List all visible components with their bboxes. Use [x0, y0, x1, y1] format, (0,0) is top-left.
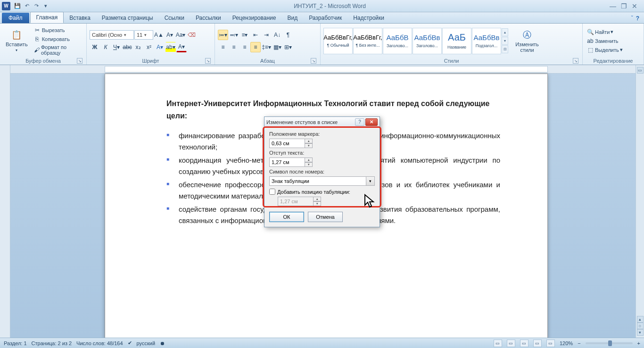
clipboard-launcher[interactable]: ↘	[77, 58, 83, 64]
grow-font-icon[interactable]: A▲	[154, 30, 164, 40]
help-icon[interactable]: ?	[636, 15, 639, 22]
spin-down-icon[interactable]: ▾	[305, 162, 313, 167]
superscript-icon[interactable]: x²	[144, 42, 154, 52]
font-name-combo[interactable]: Calibri (Осно▾	[90, 30, 134, 40]
text-indent-field[interactable]	[269, 157, 305, 167]
sort-icon[interactable]: A↓	[272, 30, 282, 40]
shading-icon[interactable]: ▦▾	[272, 42, 282, 52]
proofing-icon[interactable]: ✔	[128, 340, 132, 346]
style-title[interactable]: АаБНазвание	[442, 28, 471, 54]
ok-button[interactable]: ОК	[269, 212, 304, 222]
tab-view[interactable]: Вид	[281, 13, 303, 23]
select-button[interactable]: ⬚Выделить ▾	[586, 46, 624, 54]
font-size-combo[interactable]: 11▾	[134, 30, 153, 40]
status-page[interactable]: Страница: 2 из 2	[32, 340, 72, 346]
status-language[interactable]: русский	[137, 340, 155, 346]
font-color-icon[interactable]: A▾	[176, 42, 187, 52]
zoom-out-icon[interactable]: −	[578, 340, 580, 346]
align-left-icon[interactable]: ≡	[218, 42, 228, 52]
tab-mailings[interactable]: Рассылки	[190, 13, 227, 23]
ruler-toggle-icon[interactable]: ▭	[637, 67, 644, 74]
restore-icon[interactable]: ❐	[621, 2, 627, 10]
redo-icon[interactable]: ↷	[32, 2, 41, 10]
vertical-ruler[interactable]	[0, 65, 10, 338]
format-painter-button[interactable]: 🖌Формат по образцу	[33, 44, 83, 56]
zoom-slider[interactable]	[586, 342, 633, 344]
bullets-icon[interactable]: ≔▾	[218, 30, 228, 40]
spin-up-icon[interactable]: ▴	[305, 157, 313, 162]
horizontal-ruler[interactable]	[10, 65, 636, 74]
tab-addins[interactable]: Надстройки	[347, 13, 390, 23]
styles-launcher[interactable]: ↘	[573, 58, 578, 64]
change-case-icon[interactable]: Aa▾	[175, 30, 186, 40]
chevron-down-icon[interactable]: ▾	[366, 176, 375, 186]
align-justify-icon[interactable]: ≡	[250, 42, 261, 52]
macro-record-icon[interactable]: ⏺	[160, 340, 165, 346]
view-outline-icon[interactable]: ▭	[533, 340, 542, 347]
multilevel-icon[interactable]: ≡▾	[239, 30, 250, 40]
status-section[interactable]: Раздел: 1	[4, 340, 27, 346]
tab-layout[interactable]: Разметка страницы	[96, 13, 159, 23]
underline-icon[interactable]: Ч▾	[111, 42, 122, 52]
copy-button[interactable]: ⎘Копировать	[33, 35, 83, 43]
increase-indent-icon[interactable]: ⇥	[261, 30, 272, 40]
replace-button[interactable]: abЗаменить	[586, 37, 624, 45]
spin-up-icon[interactable]: ▴	[305, 139, 313, 143]
add-tab-checkbox-row[interactable]: Добавить позицию табуляции:	[269, 189, 375, 195]
change-styles-button[interactable]: Ⓐ Изменить стили	[510, 28, 544, 54]
tab-references[interactable]: Ссылки	[159, 13, 190, 23]
spin-down-icon[interactable]: ▾	[305, 143, 313, 148]
style-subtitle[interactable]: АаБбВвПодзагол...	[472, 28, 501, 54]
show-marks-icon[interactable]: ¶	[283, 30, 293, 40]
cancel-button[interactable]: Отмена	[308, 212, 343, 222]
bold-icon[interactable]: Ж	[90, 42, 100, 52]
align-center-icon[interactable]: ≡	[229, 42, 239, 52]
find-button[interactable]: 🔍Найти ▾	[586, 28, 624, 36]
font-launcher[interactable]: ↘	[205, 58, 211, 64]
subscript-icon[interactable]: x₂	[133, 42, 143, 52]
dialog-close-icon[interactable]: ✕	[365, 118, 378, 126]
text-effects-icon[interactable]: A▾	[155, 42, 165, 52]
undo-icon[interactable]: ↶	[23, 2, 31, 10]
view-reading-icon[interactable]: ▭	[507, 340, 515, 347]
zoom-in-icon[interactable]: +	[637, 340, 640, 346]
view-print-layout-icon[interactable]: ▭	[494, 340, 502, 347]
add-tab-checkbox[interactable]	[269, 189, 275, 195]
strike-icon[interactable]: abc	[122, 42, 132, 52]
tab-file[interactable]: Файл	[2, 13, 29, 23]
style-heading2[interactable]: АаБбВвЗаголово...	[413, 28, 442, 54]
style-heading1[interactable]: АаБбВЗаголово...	[383, 28, 412, 54]
ribbon-minimize-icon[interactable]: ˇ	[631, 15, 633, 22]
paragraph-launcher[interactable]: ↘	[311, 58, 316, 64]
symbol-after-combo[interactable]: Знак табуляции ▾	[269, 176, 375, 186]
tab-review[interactable]: Рецензирование	[227, 13, 282, 23]
align-right-icon[interactable]: ≡	[239, 42, 250, 52]
tab-home[interactable]: Главная	[30, 12, 64, 23]
style-nospacing[interactable]: АаБбВвГг,¶ Без инте...	[353, 28, 382, 54]
status-words[interactable]: Число слов: 48/164	[76, 340, 123, 346]
borders-icon[interactable]: ⊞▾	[283, 42, 293, 52]
dialog-titlebar[interactable]: Изменение отступов в списке ? ✕	[264, 117, 380, 127]
shrink-font-icon[interactable]: A▾	[165, 30, 175, 40]
line-spacing-icon[interactable]: ‡≡▾	[261, 42, 272, 52]
text-indent-input[interactable]: ▴▾	[269, 157, 314, 167]
marker-position-field[interactable]	[269, 139, 305, 148]
tab-insert[interactable]: Вставка	[64, 13, 96, 23]
qat-dropdown-icon[interactable]: ▾	[41, 2, 50, 10]
scroll-down-icon[interactable]: ▾	[637, 329, 644, 336]
vertical-scrollbar[interactable]: ▭ ▴ ○ ▾	[636, 65, 644, 338]
minimize-icon[interactable]: —	[610, 2, 616, 10]
status-zoom[interactable]: 120%	[560, 340, 573, 346]
gallery-scroll[interactable]: ▴▾⊟	[502, 28, 508, 53]
numbering-icon[interactable]: ≕▾	[229, 30, 239, 40]
style-normal[interactable]: АаБбВвГг,¶ Обычный	[323, 28, 353, 54]
scroll-up-icon[interactable]: ▴	[637, 316, 644, 323]
marker-position-input[interactable]: ▴▾	[269, 139, 314, 148]
paste-button[interactable]: 📋 Вставить ▾	[3, 28, 31, 53]
tab-developer[interactable]: Разработчик	[303, 13, 347, 23]
cut-button[interactable]: ✂Вырезать	[33, 26, 83, 34]
style-gallery[interactable]: АаБбВвГг,¶ Обычный АаБбВвГг,¶ Без инте..…	[323, 28, 508, 54]
clear-format-icon[interactable]: ⌫	[186, 30, 197, 40]
view-web-icon[interactable]: ▭	[520, 340, 528, 347]
highlight-icon[interactable]: ab▾	[165, 42, 176, 52]
